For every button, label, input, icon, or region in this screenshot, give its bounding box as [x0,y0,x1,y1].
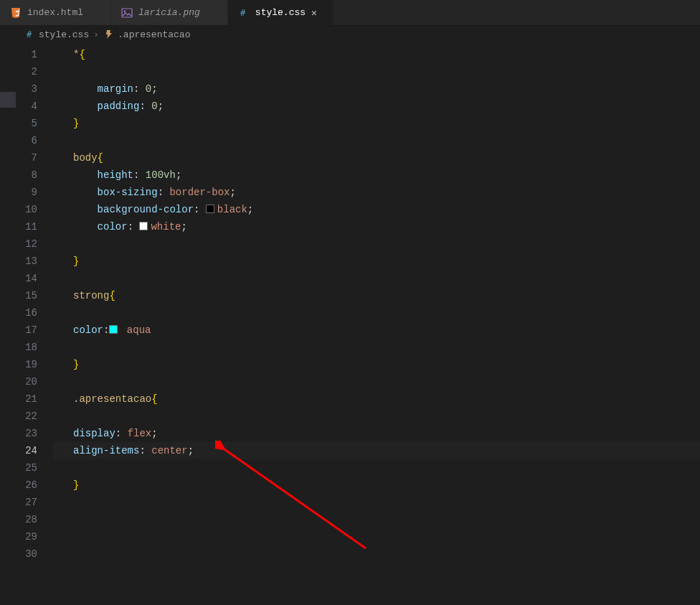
line-number: 20 [0,373,53,390]
line-number: 23 [0,425,53,442]
line-number: 27 [0,494,53,511]
code-line[interactable] [53,373,700,390]
color-swatch [206,205,214,213]
breadcrumb-label: .apresentacao [118,29,190,40]
code-line[interactable]: box-sizing: border-box; [53,184,700,201]
code-line[interactable]: strong{ [53,287,700,304]
code-editor[interactable]: 1234567891011121314151617181920212223242… [0,43,700,605]
html-file-icon [10,7,22,19]
code-line[interactable]: background-color: black; [53,201,700,218]
svg-rect-0 [122,9,132,17]
line-number: 22 [0,408,53,425]
css-icon: # [24,29,36,40]
line-number: 1 [0,46,53,63]
line-number: 21 [0,390,53,408]
line-number: 5 [0,115,53,132]
code-line[interactable] [53,270,700,287]
code-line[interactable] [53,63,700,80]
code-line[interactable] [53,459,700,477]
line-number-gutter: 1234567891011121314151617181920212223242… [0,43,53,605]
code-line[interactable] [53,511,700,528]
svg-text:#: # [27,29,32,39]
code-line[interactable]: align-items: center; [53,442,700,459]
code-line[interactable]: .apresentacao{ [53,390,700,408]
code-line[interactable]: padding: 0; [53,98,700,115]
line-number: 24 [0,442,53,459]
code-line[interactable]: display: flex; [53,425,700,442]
code-line[interactable]: body{ [53,149,700,167]
color-swatch [109,325,118,334]
code-line[interactable] [53,132,700,149]
breadcrumb-item[interactable]: .apresentacao [103,29,190,40]
close-icon[interactable]: ✕ [311,7,323,19]
tab-laricia-png[interactable]: laricia.png [111,0,228,25]
line-number: 16 [0,304,53,322]
tab-style-css[interactable]: #style.css✕ [228,0,334,25]
line-number: 7 [0,149,53,167]
line-number: 14 [0,270,53,287]
breadcrumb-item[interactable]: #style.css [24,29,89,40]
color-swatch [139,222,148,230]
line-number: 30 [0,545,53,563]
line-number: 15 [0,287,53,304]
code-line[interactable] [53,339,700,356]
line-number: 4 [0,98,53,115]
svg-point-1 [124,10,126,12]
code-line[interactable] [53,408,700,425]
code-line[interactable]: height: 100vh; [53,167,700,184]
code-line[interactable]: } [53,356,700,373]
breadcrumb[interactable]: #style.css›.apresentacao [0,26,700,43]
line-number: 26 [0,477,53,494]
image-file-icon [121,7,133,19]
tab-label: index.html [27,7,83,18]
tab-index-html[interactable]: index.html [0,0,111,25]
code-line[interactable] [53,235,700,253]
line-number: 29 [0,528,53,545]
code-line[interactable] [53,494,700,511]
line-number: 2 [0,63,53,80]
code-line[interactable] [53,304,700,322]
code-line[interactable]: color: white; [53,218,700,235]
tab-label: laricia.png [138,7,200,18]
breadcrumb-label: style.css [39,29,89,40]
line-number: 18 [0,339,53,356]
line-number: 11 [0,218,53,235]
line-number: 9 [0,184,53,201]
line-number: 12 [0,235,53,253]
code-line[interactable]: } [53,477,700,494]
code-line[interactable]: } [53,253,700,270]
tab-bar: index.htmllaricia.png#style.css✕ [0,0,700,26]
code-line[interactable]: *{ [53,46,700,63]
symbol-icon [103,29,115,40]
line-number: 3 [0,80,53,98]
css-file-icon: # [238,7,250,19]
tab-label: style.css [255,7,306,18]
line-number: 25 [0,459,53,477]
line-number: 10 [0,201,53,218]
line-number: 28 [0,511,53,528]
code-area[interactable]: *{ margin: 0; padding: 0;}body{ height: … [53,43,700,605]
line-number: 6 [0,132,53,149]
svg-text:#: # [240,8,246,18]
code-line[interactable]: } [53,115,700,132]
line-number: 8 [0,167,53,184]
line-number: 13 [0,253,53,270]
chevron-right-icon: › [93,29,99,40]
code-line[interactable]: color: aqua [53,322,700,339]
line-number: 17 [0,322,53,339]
line-number: 19 [0,356,53,373]
code-line[interactable]: margin: 0; [53,80,700,98]
code-line[interactable] [53,528,700,545]
code-line[interactable] [53,545,700,563]
